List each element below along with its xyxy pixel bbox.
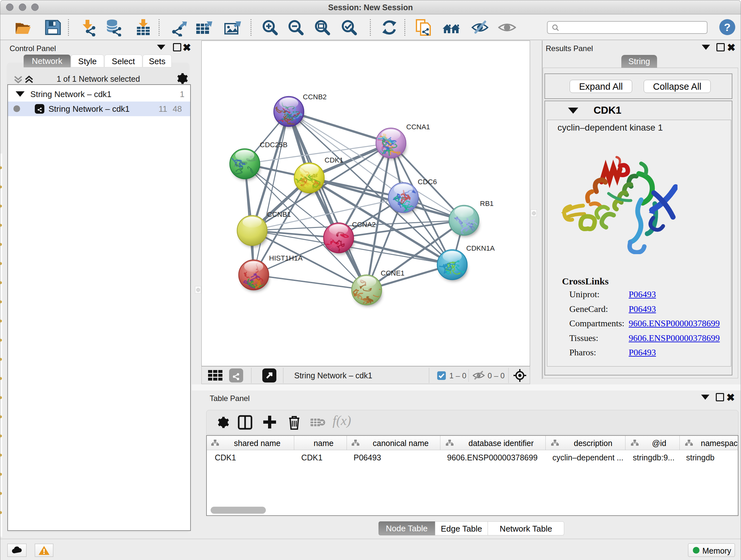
svg-text:HIST1H1A: HIST1H1A	[269, 254, 302, 262]
svg-text:CCNB1: CCNB1	[267, 210, 291, 219]
svg-text:CCNE1: CCNE1	[381, 269, 405, 277]
svg-text:CDK1: CDK1	[325, 156, 343, 164]
svg-text:CDC25B: CDC25B	[260, 141, 287, 149]
svg-text:CDKN1A: CDKN1A	[466, 244, 495, 252]
svg-text:?: ?	[724, 21, 731, 33]
svg-text:CCNA2: CCNA2	[352, 221, 376, 229]
svg-text:CCNA1: CCNA1	[406, 123, 430, 131]
svg-text:RB1: RB1	[480, 199, 494, 207]
svg-text:CDC6: CDC6	[418, 178, 437, 186]
svg-text:CCNB2: CCNB2	[303, 93, 327, 101]
